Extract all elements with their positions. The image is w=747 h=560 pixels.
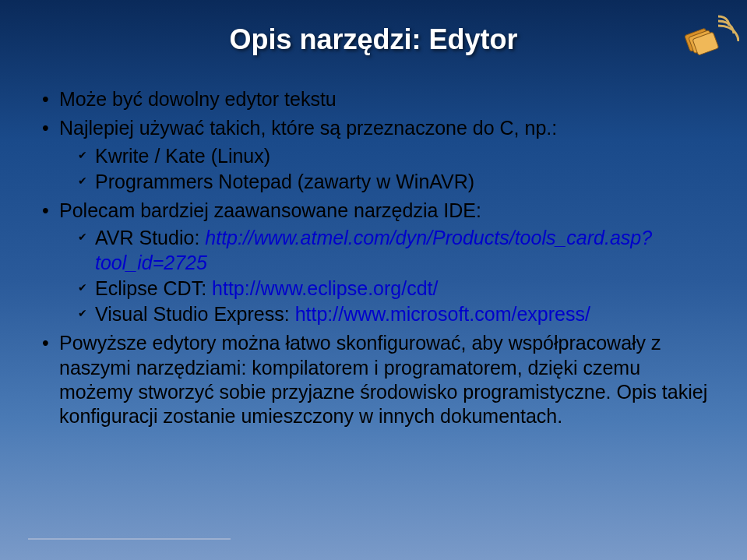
sub-4-label: AVR Studio:	[95, 227, 205, 248]
sub-list: Kwrite / Kate (Linux) Programmers Notepa…	[59, 144, 708, 195]
sub-list-ide: AVR Studio: http://www.atmel.com/dyn/Pro…	[59, 226, 708, 326]
bullet-1: Może być dowolny edytor tekstu	[39, 87, 708, 111]
sub-4: AVR Studio: http://www.atmel.com/dyn/Pro…	[59, 226, 708, 275]
bullet-4: Powyższe edytory można łatwo skonfigurow…	[39, 331, 708, 428]
sub-1: Kwrite / Kate (Linux)	[59, 144, 708, 168]
bullet-2-text: Najlepiej używać takich, które są przezn…	[59, 117, 557, 139]
sub-2: Programmers Notepad (zawarty w WinAVR)	[59, 170, 708, 194]
sub-2-text: Programmers Notepad (zawarty w WinAVR)	[95, 171, 474, 192]
slide: Opis narzędzi: Edytor Może być dowolny e…	[0, 0, 747, 464]
footer-divider	[28, 538, 231, 540]
sub-5-label: Eclipse CDT:	[95, 277, 212, 299]
link-vs-express[interactable]: http://www.microsoft.com/express/	[295, 303, 590, 325]
bullet-2: Najlepiej używać takich, które są przezn…	[39, 116, 708, 194]
sub-6-label: Visual Studio Express:	[95, 303, 295, 325]
bullet-4-text: Powyższe edytory można łatwo skonfigurow…	[59, 332, 707, 427]
sub-5: Eclipse CDT: http://www.eclipse.org/cdt/	[59, 276, 708, 301]
slide-title: Opis narzędzi: Edytor	[39, 23, 708, 56]
bullet-1-text: Może być dowolny edytor tekstu	[59, 88, 337, 110]
link-eclipse[interactable]: http://www.eclipse.org/cdt/	[212, 277, 438, 299]
sub-3-text: Polecam bardziej zaawansowane narzędzia …	[59, 199, 481, 221]
sub-1-text: Kwrite / Kate (Linux)	[95, 145, 270, 167]
bullet-list: Może być dowolny edytor tekstu Najlepiej…	[39, 87, 708, 428]
bullet-3-lead: Polecam bardziej zaawansowane narzędzia …	[39, 199, 708, 326]
sub-6: Visual Studio Express: http://www.micros…	[59, 302, 708, 326]
